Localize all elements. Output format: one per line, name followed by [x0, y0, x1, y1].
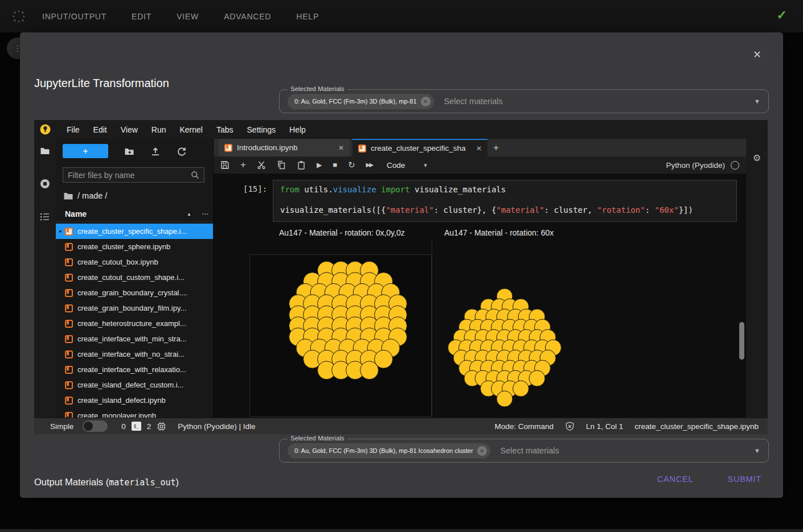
- output-material-chip[interactable]: 0: Au, Gold, FCC (Fm-3m) 3D (Bulk), mp-8…: [288, 443, 490, 459]
- tab-close-icon[interactable]: ✕: [338, 144, 344, 152]
- file-list: ●create_cluster_specific_shape.i...creat…: [56, 224, 213, 418]
- new-tab-button[interactable]: +: [487, 139, 505, 156]
- tab-close-icon[interactable]: ✕: [476, 145, 482, 152]
- insert-cell-icon[interactable]: +: [240, 160, 246, 170]
- table-of-contents-icon[interactable]: [40, 212, 50, 222]
- file-browser-icon[interactable]: [40, 146, 50, 156]
- breadcrumb[interactable]: / made /: [64, 191, 107, 200]
- toggle-knob: [84, 422, 93, 431]
- simple-mode-toggle[interactable]: [83, 420, 108, 432]
- file-filter-box: [63, 167, 204, 183]
- run-icon[interactable]: ▶: [317, 160, 322, 170]
- trust-shield-icon[interactable]: [565, 422, 575, 431]
- running-kernels-icon[interactable]: [40, 179, 50, 189]
- jupyter-menu-item-kernel[interactable]: Kernel: [173, 125, 209, 134]
- file-item[interactable]: create_grain_boundary_film.ipy...: [56, 300, 213, 316]
- chip-remove-icon[interactable]: ✕: [477, 446, 487, 456]
- topbar-menu-item-advanced[interactable]: ADVANCED: [224, 12, 271, 21]
- topbar-menu-item-input-output[interactable]: INPUT/OUTPUT: [42, 12, 106, 21]
- column-menu-icon[interactable]: ⋯: [202, 210, 208, 218]
- chip-remove-icon[interactable]: ✕: [421, 97, 431, 106]
- save-icon[interactable]: [220, 160, 230, 170]
- kernel-status-icon[interactable]: [731, 161, 739, 170]
- code-token: utils.: [300, 185, 333, 194]
- dialog-close-icon[interactable]: ✕: [753, 48, 761, 61]
- sort-ascending-icon[interactable]: ▲: [187, 212, 191, 217]
- cut-icon[interactable]: [257, 160, 266, 170]
- chevron-down-icon[interactable]: ▼: [754, 447, 760, 454]
- file-name: create_cluster_sphere.ipynb: [77, 242, 170, 251]
- file-name: create_interface_with_no_strai...: [77, 350, 185, 358]
- file-item[interactable]: create_interface_with_no_strai...: [56, 347, 213, 362]
- output-field-placeholder[interactable]: Select materials: [501, 446, 559, 455]
- statusbar-filename[interactable]: create_cluster_specific_shape.ipynb: [634, 422, 759, 431]
- restart-kernel-icon[interactable]: ↻: [348, 160, 355, 170]
- jupyter-menu-item-view[interactable]: View: [114, 125, 145, 134]
- file-item[interactable]: create_cutout_custom_shape.i...: [56, 270, 213, 285]
- upload-icon[interactable]: [150, 146, 161, 156]
- code-token: "rotation": [597, 205, 645, 215]
- kernel-status-text[interactable]: Python (Pyodide) | Idle: [178, 422, 255, 431]
- topbar-menu-item-edit[interactable]: EDIT: [132, 12, 151, 21]
- file-item[interactable]: create_grain_boundary_crystal....: [56, 285, 213, 300]
- chevron-down-icon[interactable]: ▼: [754, 98, 760, 105]
- jupyter-menu-item-edit[interactable]: Edit: [87, 125, 114, 134]
- tab-create-cluster-specific-shape[interactable]: create_cluster_specific_sha ✕: [353, 139, 487, 156]
- stop-icon[interactable]: ■: [333, 160, 337, 170]
- file-item[interactable]: create_heterostructure_exampl...: [56, 316, 213, 331]
- notebook-scrollbar-thumb[interactable]: [739, 322, 744, 360]
- file-list-header[interactable]: Name ▲ ⋯: [56, 207, 213, 222]
- jupyter-menu-item-settings[interactable]: Settings: [240, 125, 283, 134]
- input-materials-field[interactable]: Selected Materials 0: Au, Gold, FCC (Fm-…: [279, 89, 769, 113]
- gold-cluster-right[interactable]: [408, 245, 601, 416]
- topbar-menu-item-view[interactable]: VIEW: [177, 12, 199, 21]
- copy-icon[interactable]: [277, 160, 286, 170]
- chevron-down-icon[interactable]: ▾: [424, 162, 427, 169]
- code-token: :: [645, 205, 655, 215]
- notebook-main-area: Introduction.ipynb ✕ create_cluster_spec…: [214, 139, 746, 418]
- file-item[interactable]: create_cutout_box.ipynb: [56, 254, 213, 270]
- file-item[interactable]: create_island_defect_custom.i...: [56, 377, 213, 393]
- refresh-icon[interactable]: [177, 146, 187, 156]
- file-item[interactable]: ●create_cluster_specific_shape.i...: [56, 224, 213, 239]
- file-item[interactable]: create_island_defect.ipynb: [56, 393, 213, 408]
- terminal-count[interactable]: 0: [121, 422, 126, 431]
- folder-icon: [64, 192, 73, 200]
- gear-icon[interactable]: ⚙: [753, 152, 761, 163]
- file-item[interactable]: create_interface_with_relaxatio...: [56, 362, 213, 377]
- kernel-indicator[interactable]: Python (Pyodide): [666, 161, 739, 170]
- file-name: create_heterostructure_exampl...: [77, 319, 186, 328]
- file-name: create_cutout_box.ipynb: [77, 258, 158, 266]
- file-item[interactable]: create_cluster_sphere.ipynb: [56, 239, 213, 254]
- cancel-button[interactable]: CANCEL: [654, 474, 697, 484]
- notebook-file-icon: [65, 304, 73, 312]
- gold-cluster-left[interactable]: [249, 254, 432, 417]
- file-item[interactable]: create_monolayer.ipynb: [56, 408, 213, 418]
- submit-button[interactable]: SUBMIT: [724, 474, 765, 484]
- output-materials-label: Output Materials (materials_out): [34, 477, 179, 488]
- kernel-count[interactable]: 2: [147, 422, 151, 431]
- file-filter-input[interactable]: [63, 171, 191, 180]
- jupyter-menu-item-help[interactable]: Help: [282, 125, 313, 134]
- output-title-right: Au147 - Material - rotation: 60x: [444, 228, 554, 237]
- mode-indicator[interactable]: Mode: Command: [495, 422, 554, 431]
- input-field-placeholder[interactable]: Select materials: [444, 97, 503, 106]
- file-item[interactable]: create_interface_with_min_stra...: [56, 331, 213, 347]
- jupyter-menu-item-file[interactable]: File: [60, 125, 87, 134]
- cell-type-select[interactable]: Code: [387, 161, 405, 170]
- cursor-position[interactable]: Ln 1, Col 1: [586, 422, 623, 431]
- output-materials-field[interactable]: Selected Materials 0: Au, Gold, FCC (Fm-…: [279, 439, 769, 463]
- paste-icon[interactable]: [297, 160, 306, 170]
- code-cell[interactable]: from utils.visualize import visualize_ma…: [273, 180, 737, 222]
- new-launcher-button[interactable]: +: [63, 144, 108, 158]
- jupyterlite-transformation-dialog: JupyterLite Transformation ✕ Input Mater…: [20, 32, 783, 498]
- jupyter-menu-item-run[interactable]: Run: [145, 125, 173, 134]
- tab-introduction[interactable]: Introduction.ipynb ✕: [219, 139, 350, 156]
- topbar-menu-item-help[interactable]: HELP: [296, 12, 319, 21]
- restart-run-all-icon[interactable]: ▶▶: [366, 160, 372, 170]
- new-folder-icon[interactable]: [124, 146, 134, 156]
- input-material-chip[interactable]: 0: Au, Gold, FCC (Fm-3m) 3D (Bulk), mp-8…: [288, 94, 434, 109]
- notebook-file-icon: [65, 335, 73, 343]
- name-column-header[interactable]: Name: [65, 209, 87, 218]
- jupyter-menu-item-tabs[interactable]: Tabs: [210, 125, 240, 134]
